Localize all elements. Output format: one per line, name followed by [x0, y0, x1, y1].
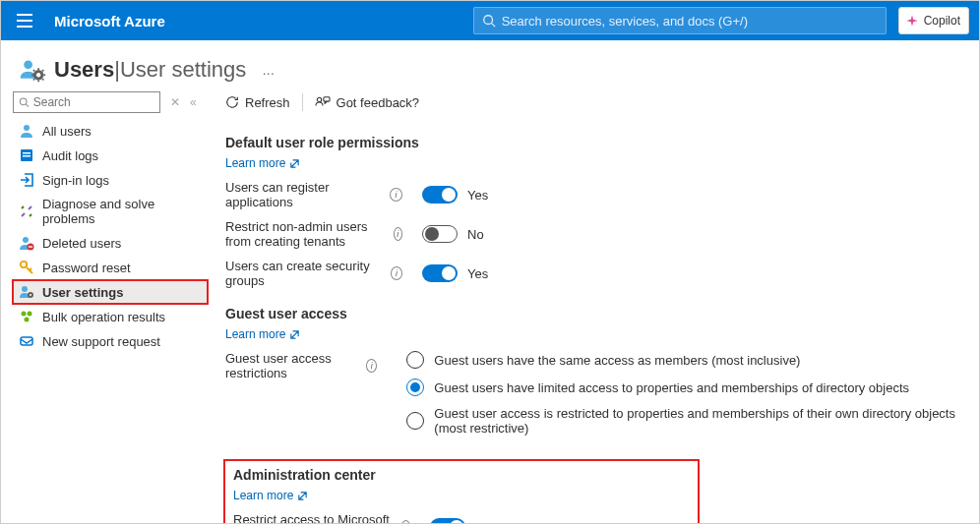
- info-icon[interactable]: i: [401, 520, 410, 524]
- admin-center-box-highlighted: Administration center Learn more Restric…: [225, 461, 698, 524]
- radio-icon: [406, 351, 424, 369]
- svg-point-18: [24, 125, 30, 131]
- sidebar-item-label: All users: [42, 124, 92, 139]
- blade-title-primary: Users: [54, 57, 114, 83]
- sidebar-item-password-reset[interactable]: Password reset: [13, 256, 208, 279]
- search-icon: [482, 14, 496, 28]
- user-icon: [19, 123, 34, 139]
- sidebar-item-diagnose[interactable]: Diagnose and solve problems: [13, 193, 208, 230]
- refresh-label: Refresh: [245, 95, 290, 110]
- svg-point-33: [317, 97, 321, 101]
- copilot-button[interactable]: Copilot: [898, 7, 969, 34]
- external-link-icon: [289, 158, 300, 169]
- sidebar-item-label: Diagnose and solve problems: [42, 197, 202, 226]
- azure-topbar: Microsoft Azure Copilot: [1, 1, 979, 40]
- global-search-input[interactable]: [502, 14, 878, 29]
- info-icon[interactable]: i: [366, 359, 377, 373]
- toggle-create-groups[interactable]: [422, 264, 458, 282]
- feedback-button[interactable]: Got feedback?: [315, 95, 420, 110]
- blade-title-secondary: User settings: [120, 57, 246, 83]
- feedback-label: Got feedback?: [337, 95, 420, 110]
- svg-point-22: [23, 237, 29, 243]
- blade-more-button[interactable]: …: [262, 63, 276, 78]
- info-icon[interactable]: i: [394, 227, 402, 241]
- sidebar-item-user-settings[interactable]: User settings: [13, 280, 208, 304]
- sidebar-search[interactable]: [13, 91, 160, 113]
- svg-point-16: [20, 98, 27, 105]
- svg-rect-21: [23, 155, 31, 157]
- sidebar-item-audit-logs[interactable]: Audit logs: [13, 144, 208, 167]
- svg-line-4: [491, 24, 495, 28]
- pin-icon[interactable]: ✕: [170, 95, 180, 109]
- radio-guest-option-2[interactable]: Guest user access is restricted to prope…: [406, 406, 961, 436]
- sidebar-search-input[interactable]: [33, 95, 154, 109]
- learn-more-link-guest[interactable]: Learn more: [225, 327, 300, 341]
- learn-more-link-perms[interactable]: Learn more: [225, 156, 300, 170]
- svg-point-28: [30, 294, 31, 296]
- radio-guest-option-0[interactable]: Guest users have the same access as memb…: [406, 351, 961, 369]
- setting-label-text: Restrict access to Microsoft Entra admin…: [233, 512, 396, 524]
- toggle-restrict-tenants[interactable]: [422, 225, 458, 243]
- learn-more-link-admin[interactable]: Learn more: [233, 489, 308, 502]
- sidebar-item-signin-logs[interactable]: Sign-in logs: [13, 168, 208, 192]
- setting-label-text: Guest user access restrictions: [225, 351, 360, 380]
- brand-label[interactable]: Microsoft Azure: [54, 13, 165, 29]
- radio-guest-option-1[interactable]: Guest users have limited access to prope…: [406, 378, 961, 396]
- svg-line-17: [26, 104, 29, 107]
- sidebar-item-support-request[interactable]: New support request: [13, 329, 208, 353]
- svg-point-31: [25, 318, 30, 322]
- info-icon[interactable]: i: [390, 188, 402, 202]
- svg-point-7: [36, 73, 40, 77]
- deleted-user-icon: [19, 235, 34, 251]
- sidebar-item-label: Deleted users: [42, 236, 121, 251]
- sidebar-item-all-users[interactable]: All users: [13, 119, 208, 143]
- copilot-icon: [905, 14, 919, 28]
- setting-restrict-tenants: Restrict non-admin users from creating t…: [225, 219, 961, 249]
- setting-create-groups: Users can create security groups i Yes: [225, 259, 961, 288]
- copilot-label: Copilot: [924, 14, 960, 28]
- svg-line-13: [42, 79, 43, 80]
- svg-line-14: [33, 79, 34, 80]
- toggle-register-apps[interactable]: [422, 186, 458, 204]
- sidebar-item-label: Audit logs: [42, 148, 98, 163]
- global-search[interactable]: [473, 7, 887, 34]
- setting-register-apps: Users can register applications i Yes: [225, 180, 961, 209]
- search-icon: [19, 96, 30, 108]
- svg-point-30: [28, 312, 32, 317]
- toggle-restrict-admin-center[interactable]: [430, 518, 465, 524]
- sidebar-item-label: Bulk operation results: [42, 310, 165, 324]
- setting-label-text: Users can register applications: [225, 180, 384, 209]
- sidebar-item-deleted-users[interactable]: Deleted users: [13, 231, 208, 255]
- toolbar-separator: [302, 93, 303, 111]
- info-icon[interactable]: i: [391, 266, 402, 280]
- section-title-admin: Administration center: [233, 467, 690, 483]
- svg-line-15: [42, 70, 43, 71]
- content-toolbar: Refresh Got feedback?: [225, 91, 961, 123]
- signin-icon: [19, 172, 34, 188]
- svg-point-5: [24, 60, 32, 69]
- hamburger-menu-icon[interactable]: [11, 7, 38, 34]
- svg-rect-24: [29, 246, 32, 247]
- audit-icon: [19, 147, 34, 163]
- collapse-chevron-icon[interactable]: «: [190, 95, 197, 109]
- diagnose-icon: [19, 204, 34, 219]
- svg-point-3: [483, 16, 492, 25]
- refresh-icon: [225, 95, 239, 109]
- svg-line-12: [33, 70, 34, 71]
- blade-header: Users | User settings …: [1, 40, 979, 91]
- svg-point-29: [22, 312, 27, 317]
- sidebar-item-label: User settings: [42, 285, 123, 300]
- toggle-value: Yes: [467, 266, 488, 281]
- radio-label: Guest users have the same access as memb…: [434, 353, 800, 368]
- radio-icon: [406, 412, 424, 430]
- svg-rect-2: [17, 26, 32, 28]
- sidebar-item-bulk-operations[interactable]: Bulk operation results: [13, 305, 208, 328]
- radio-icon: [406, 378, 424, 396]
- setting-guest-restrictions: Guest user access restrictions i Guest u…: [225, 351, 961, 445]
- user-settings-icon: [19, 284, 34, 300]
- sidebar-item-label: Sign-in logs: [42, 173, 109, 188]
- toggle-value: Yes: [467, 188, 488, 203]
- sidebar-item-label: New support request: [42, 334, 160, 349]
- refresh-button[interactable]: Refresh: [225, 95, 290, 110]
- svg-point-26: [22, 286, 28, 292]
